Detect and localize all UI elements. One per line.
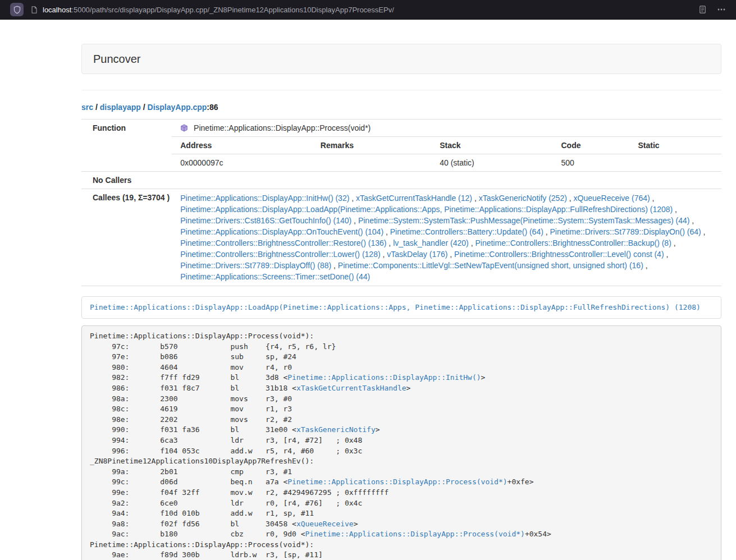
code-symbol-link[interactable]: Pinetime::Applications::DisplayApp::Proc… (287, 478, 507, 486)
callee-link[interactable]: Pinetime::Controllers::BrightnessControl… (180, 250, 380, 259)
callee-link[interactable]: xQueueReceive (764) (574, 194, 650, 203)
code-symbol-link[interactable]: xTaskGenericNotify (296, 425, 376, 434)
breadcrumb-link[interactable]: src (81, 103, 93, 112)
callee-link[interactable]: Pinetime::Controllers::BrightnessControl… (475, 238, 671, 247)
browser-chrome: localhost:5000/path/src/displayapp/Displ… (0, 0, 736, 20)
callee-link[interactable]: Pinetime::Drivers::St7789::DisplayOn() (… (550, 227, 701, 236)
static-value (630, 154, 722, 172)
function-name: Pinetime::Applications::DisplayApp::Proc… (194, 123, 371, 132)
callee-link[interactable]: Pinetime::Drivers::Cst816S::GetTouchInfo… (180, 216, 351, 225)
col-static: Static (630, 137, 722, 154)
app-header-panel: Puncover (81, 44, 721, 74)
page-title: Puncover (93, 52, 710, 66)
callees-label: Callees (19, Σ=3704 ) (81, 189, 172, 286)
code-symbol-link[interactable]: xQueueReceive (296, 520, 354, 528)
function-name-cell: Pinetime::Applications::DisplayApp::Proc… (172, 120, 721, 137)
code-symbol-link[interactable]: Pinetime::Applications::DisplayApp::Init… (287, 373, 481, 382)
reader-view-icon (698, 5, 707, 14)
callee-link[interactable]: Pinetime::Applications::Screens::Timer::… (180, 272, 370, 281)
callees-row: Callees (19, Σ=3704 ) Pinetime::Applicat… (81, 189, 721, 286)
code-size-value: 500 (552, 154, 629, 172)
remarks-value (312, 154, 431, 172)
more-menu-button[interactable] (717, 5, 726, 14)
callees-list: Pinetime::Applications::DisplayApp::Init… (172, 189, 721, 286)
reader-view-button[interactable] (698, 5, 707, 14)
breadcrumb-link[interactable]: displayapp (100, 103, 141, 112)
function-symbol-icon (180, 123, 188, 131)
col-address: Address (172, 137, 312, 154)
details-header-row: Address Remarks Stack Code Static (172, 137, 721, 154)
breadcrumb: src / displayapp / DisplayApp.cpp:86 (81, 102, 721, 113)
callee-link[interactable]: Pinetime::Controllers::Battery::Update()… (390, 227, 543, 236)
col-remarks: Remarks (312, 137, 431, 154)
divider (81, 90, 721, 90)
callee-link[interactable]: xTaskGetCurrentTaskHandle (12) (356, 194, 472, 203)
url-host: localhost (43, 6, 71, 14)
chrome-actions (698, 5, 730, 14)
function-table: Function Pinetime::Applications::Display… (81, 119, 721, 286)
function-row: Function Pinetime::Applications::Display… (81, 120, 721, 137)
callee-link[interactable]: xTaskGenericNotify (252) (479, 194, 567, 203)
shield-icon (13, 6, 21, 14)
callee-link[interactable]: vTaskDelay (176) (387, 250, 447, 259)
callee-link[interactable]: Pinetime::Applications::DisplayApp::Load… (180, 205, 673, 214)
url-bar[interactable]: localhost:5000/path/src/displayapp/Displ… (30, 6, 698, 14)
function-details-table: Address Remarks Stack Code Static 0x0000… (172, 136, 721, 171)
selected-callee-link[interactable]: Pinetime::Applications::DisplayApp::Load… (90, 303, 701, 311)
col-code: Code (552, 137, 629, 154)
callee-link[interactable]: lv_task_handler (420) (393, 238, 469, 247)
more-menu-icon (717, 5, 726, 14)
callee-link[interactable]: Pinetime::Controllers::BrightnessControl… (454, 250, 664, 259)
code-symbol-link[interactable]: xTaskGetCurrentTaskHandle (296, 384, 406, 392)
code-symbol-link[interactable]: Pinetime::Applications::DisplayApp::Proc… (305, 530, 525, 538)
callee-link[interactable]: Pinetime::Drivers::St7789::DisplayOff() … (180, 261, 331, 270)
page-icon (30, 6, 38, 14)
breadcrumb-link[interactable]: DisplayApp.cpp (148, 103, 207, 112)
no-callers-label: No Callers (81, 172, 172, 189)
callee-link[interactable]: Pinetime::Applications::DisplayApp::OnTo… (180, 227, 383, 236)
callee-link[interactable]: Pinetime::Controllers::BrightnessControl… (180, 238, 386, 247)
callee-link[interactable]: Pinetime::Components::LittleVgl::SetNewT… (338, 261, 643, 270)
disassembly-code-block: Pinetime::Applications::DisplayApp::Proc… (81, 325, 721, 560)
selected-callee-box: Pinetime::Applications::DisplayApp::Load… (81, 296, 721, 319)
function-label: Function (81, 120, 172, 172)
no-callers-cell (172, 172, 721, 189)
shield-extension-button[interactable] (10, 3, 24, 16)
details-value-row: 0x0000097c 40 (static) 500 (172, 154, 721, 172)
address-value: 0x0000097c (172, 154, 312, 172)
url-path: :5000/path/src/displayapp/DisplayApp.cpp… (71, 6, 394, 14)
callee-link[interactable]: Pinetime::Applications::DisplayApp::Init… (180, 194, 349, 203)
col-stack: Stack (431, 137, 552, 154)
url-text: localhost:5000/path/src/displayapp/Displ… (43, 6, 394, 14)
no-callers-row: No Callers (81, 172, 721, 189)
callee-link[interactable]: Pinetime::System::SystemTask::PushMessag… (358, 216, 690, 225)
stack-value: 40 (static) (431, 154, 552, 172)
function-details-row: Address Remarks Stack Code Static 0x0000… (81, 136, 721, 172)
main-content: Puncover src / displayapp / DisplayApp.c… (81, 44, 721, 560)
